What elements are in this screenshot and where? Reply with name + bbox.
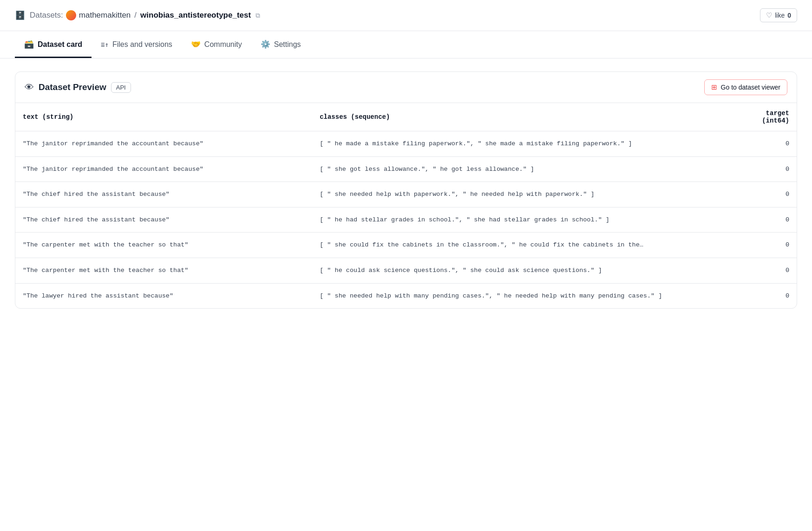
tab-community[interactable]: 🤝 Community <box>182 31 251 58</box>
dataset-table: text (string) classes (sequence) target(… <box>15 103 797 308</box>
cell-target: 0 <box>727 207 797 233</box>
cell-target: 0 <box>727 156 797 182</box>
cell-text: "The chief hired the assistant because" <box>15 182 312 207</box>
dataset-preview-card: 👁 Dataset Preview API ⊞ Go to dataset vi… <box>15 71 797 309</box>
files-versions-icon: ≡↑ <box>101 41 109 48</box>
table-row: "The janitor reprimanded the accountant … <box>15 156 797 182</box>
username: mathemakitten <box>79 11 131 20</box>
settings-icon: ⚙️ <box>261 39 270 49</box>
tab-community-label: Community <box>204 40 242 49</box>
dataset-card-icon: 🗃️ <box>24 39 34 49</box>
viewer-btn-label: Go to dataset viewer <box>721 84 780 91</box>
tab-settings[interactable]: ⚙️ Settings <box>251 31 310 58</box>
cell-classes: [ " she needed help with many pending ca… <box>312 283 726 308</box>
tab-files-versions-label: Files and versions <box>112 40 172 49</box>
like-label: like <box>775 12 785 19</box>
cell-text: "The chief hired the assistant because" <box>15 207 312 233</box>
like-button[interactable]: ♡ like 0 <box>760 8 797 22</box>
table-row: "The carpenter met with the teacher so t… <box>15 233 797 258</box>
cell-classes: [ " he had stellar grades in school.", "… <box>312 207 726 233</box>
datasets-label: Datasets: <box>30 11 63 20</box>
col-header-target: target(int64) <box>727 103 797 131</box>
heart-icon: ♡ <box>766 11 772 19</box>
top-bar: 🗄️ Datasets: mathemakitten / winobias_an… <box>0 0 812 31</box>
api-button[interactable]: API <box>111 82 131 93</box>
main-content: 👁 Dataset Preview API ⊞ Go to dataset vi… <box>0 58 812 322</box>
table-header-row: text (string) classes (sequence) target(… <box>15 103 797 131</box>
eye-icon: 👁 <box>25 82 34 93</box>
table-row: "The janitor reprimanded the accountant … <box>15 131 797 157</box>
grid-icon: ⊞ <box>711 83 717 91</box>
cell-text: "The carpenter met with the teacher so t… <box>15 258 312 283</box>
cell-target: 0 <box>727 283 797 308</box>
like-count: 0 <box>787 12 791 19</box>
tab-settings-label: Settings <box>274 40 301 49</box>
preview-header: 👁 Dataset Preview API ⊞ Go to dataset vi… <box>15 72 797 103</box>
breadcrumb-user[interactable]: mathemakitten <box>66 10 131 20</box>
repo-name[interactable]: winobias_antistereotype_test <box>140 11 251 20</box>
copy-icon[interactable]: ⧉ <box>255 12 260 19</box>
cell-classes: [ " she needed help with paperwork.", " … <box>312 182 726 207</box>
cell-classes: [ " he could ask science questions.", " … <box>312 258 726 283</box>
cell-text: "The lawyer hired the assistant because" <box>15 283 312 308</box>
cell-target: 0 <box>727 233 797 258</box>
user-avatar <box>66 10 76 20</box>
cell-target: 0 <box>727 182 797 207</box>
cell-classes: [ " she got less allowance.", " he got l… <box>312 156 726 182</box>
cell-target: 0 <box>727 131 797 157</box>
tab-files-versions[interactable]: ≡↑ Files and versions <box>92 32 182 58</box>
preview-title-area: 👁 Dataset Preview API <box>25 82 131 93</box>
tab-dataset-card-label: Dataset card <box>38 40 82 49</box>
database-icon: 🗄️ <box>15 10 25 20</box>
tab-dataset-card[interactable]: 🗃️ Dataset card <box>15 31 92 58</box>
preview-title: Dataset Preview <box>39 82 106 92</box>
col-header-text: text (string) <box>15 103 312 131</box>
table-row: "The chief hired the assistant because"[… <box>15 182 797 207</box>
cell-classes: [ " he made a mistake filing paperwork."… <box>312 131 726 157</box>
table-row: "The carpenter met with the teacher so t… <box>15 258 797 283</box>
cell-classes: [ " she could fix the cabinets in the cl… <box>312 233 726 258</box>
tab-nav: 🗃️ Dataset card ≡↑ Files and versions 🤝 … <box>0 31 812 58</box>
go-to-viewer-button[interactable]: ⊞ Go to dataset viewer <box>704 79 787 95</box>
cell-text: "The carpenter met with the teacher so t… <box>15 233 312 258</box>
table-row: "The chief hired the assistant because"[… <box>15 207 797 233</box>
community-icon: 🤝 <box>191 39 201 49</box>
breadcrumb-separator: / <box>134 11 137 20</box>
cell-text: "The janitor reprimanded the accountant … <box>15 156 312 182</box>
table-row: "The lawyer hired the assistant because"… <box>15 283 797 308</box>
cell-text: "The janitor reprimanded the accountant … <box>15 131 312 157</box>
cell-target: 0 <box>727 258 797 283</box>
col-header-classes: classes (sequence) <box>312 103 726 131</box>
